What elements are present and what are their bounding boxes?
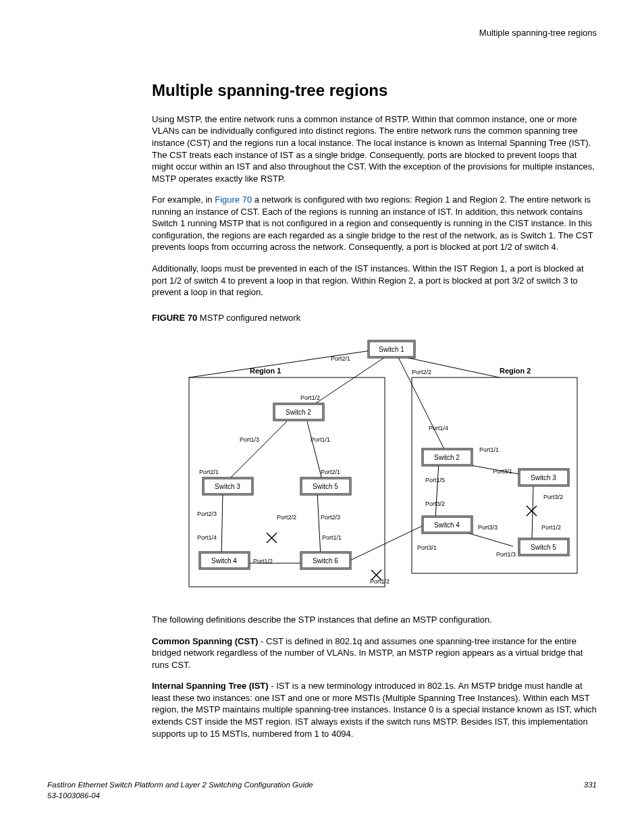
figure-caption-label: FIGURE 70 bbox=[152, 313, 197, 323]
port-1-2c: Port1/2 bbox=[370, 578, 390, 585]
port-2-3: Port2/3 bbox=[197, 511, 217, 517]
footer-doc-number: 53-1003086-04 bbox=[47, 791, 100, 800]
footer-doc-title: FastIron Ethernet Switch Platform and La… bbox=[47, 781, 313, 789]
port-1-1a: Port1/1 bbox=[311, 436, 330, 443]
svg-line-7 bbox=[317, 492, 321, 556]
footer-left: FastIron Ethernet Switch Platform and La… bbox=[47, 780, 313, 801]
page-title: Multiple spanning-tree regions bbox=[152, 80, 597, 101]
svg-line-9 bbox=[344, 526, 422, 563]
label-region2: Region 2 bbox=[500, 367, 531, 375]
svg-line-6 bbox=[221, 492, 223, 556]
definition-cst: Common Spanning (CST) - CST is defined i… bbox=[152, 635, 597, 671]
r2-port-1-1: Port1/1 bbox=[479, 446, 499, 453]
label-r2-switch3: Switch 3 bbox=[531, 474, 556, 481]
running-header: Multiple spanning-tree regions bbox=[47, 27, 597, 39]
r2-port-3-2a: Port3/2 bbox=[425, 500, 445, 507]
main-content: Multiple spanning-tree regions Using MST… bbox=[152, 80, 597, 740]
r2-port-3-1b: Port3/1 bbox=[417, 544, 437, 551]
label-r1-switch4: Switch 4 bbox=[211, 557, 237, 565]
port-1-2a: Port1/2 bbox=[300, 394, 320, 401]
svg-line-11 bbox=[435, 462, 439, 519]
port-2-1c: Port2/1 bbox=[321, 469, 340, 475]
port-1-2b: Port1/2 bbox=[253, 558, 273, 565]
r2-port-1-5: Port1/5 bbox=[425, 477, 445, 484]
paragraph-2: For example, in Figure 70 a network is c… bbox=[152, 194, 597, 253]
port-1-4: Port1/4 bbox=[197, 534, 217, 541]
page-footer: FastIron Ethernet Switch Platform and La… bbox=[47, 780, 597, 801]
label-r1-switch2: Switch 2 bbox=[286, 409, 311, 416]
r2-port-3-3: Port3/3 bbox=[478, 524, 498, 531]
port-2-3b: Port2/3 bbox=[321, 514, 340, 521]
cst-label: Common Spanning (CST) bbox=[152, 636, 258, 646]
p2-pre: For example, in bbox=[152, 194, 215, 205]
figure-caption: FIGURE 70 MSTP configured network bbox=[152, 312, 597, 324]
port-1-1b: Port1/1 bbox=[322, 534, 342, 541]
label-r1-switch5: Switch 5 bbox=[313, 483, 338, 490]
paragraph-1: Using MSTP, the entire network runs a co… bbox=[152, 113, 597, 184]
port-2-1b: Port2/1 bbox=[199, 469, 219, 475]
r2-port-1-2: Port1/2 bbox=[541, 524, 561, 531]
svg-line-4 bbox=[226, 421, 287, 482]
r2-port-3-2b: Port3/2 bbox=[543, 494, 563, 500]
label-switch1: Switch 1 bbox=[379, 346, 404, 353]
r2-port-1-4: Port1/4 bbox=[429, 425, 448, 432]
port-2-2b: Port2/2 bbox=[277, 514, 296, 521]
label-r2-switch2: Switch 2 bbox=[434, 454, 460, 461]
r2-port-3-1: Port3/1 bbox=[493, 468, 512, 475]
paragraph-4: The following definitions describe the S… bbox=[152, 614, 597, 626]
label-region1: Region 1 bbox=[250, 367, 281, 375]
r2-port-1-3: Port1/3 bbox=[496, 551, 516, 558]
label-r1-switch3: Switch 3 bbox=[215, 483, 240, 490]
port-2-1: Port2/1 bbox=[331, 355, 350, 362]
definition-ist: Internal Spanning Tree (IST) - IST is a … bbox=[152, 680, 597, 739]
label-r2-switch4: Switch 4 bbox=[434, 521, 460, 529]
footer-page-number: 331 bbox=[584, 780, 597, 801]
figure-caption-text: MSTP configured network bbox=[197, 313, 300, 323]
ist-label: Internal Spanning Tree (IST) bbox=[152, 681, 269, 691]
figure-70-link[interactable]: Figure 70 bbox=[215, 194, 252, 205]
port-2-2: Port2/2 bbox=[412, 369, 431, 375]
figure-mstp-network: Region 1 Region 2 Switch 1 Switch 2 Swit… bbox=[169, 330, 581, 600]
port-1-3: Port1/3 bbox=[240, 436, 259, 443]
label-r1-switch6: Switch 6 bbox=[313, 557, 338, 565]
label-r2-switch5: Switch 5 bbox=[531, 544, 556, 551]
paragraph-3: Additionally, loops must be prevented in… bbox=[152, 263, 597, 298]
